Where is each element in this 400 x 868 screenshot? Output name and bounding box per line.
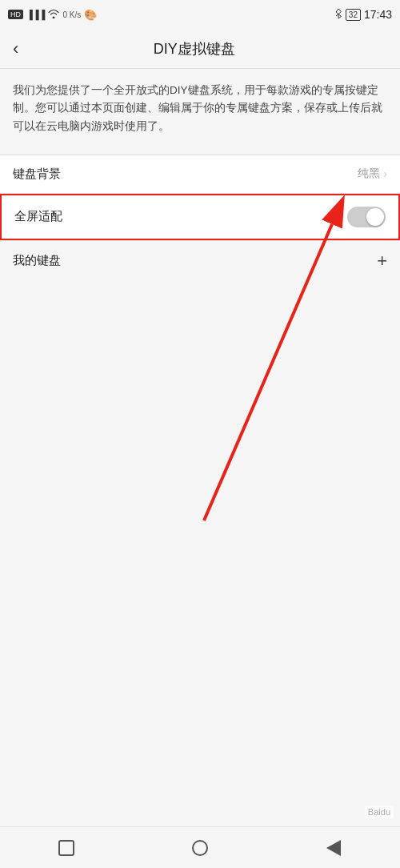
home-icon [58,840,74,856]
content-area: 我们为您提供了一个全开放式的DIY键盘系统，用于每款游戏的专属按键定制。您可以通… [0,69,400,281]
keyboard-background-value-group: 纯黑 › [358,167,387,181]
my-keyboard-label: 我的键盘 [13,253,61,268]
battery-icon: 32 [346,9,361,21]
nav-back-button[interactable] [176,834,224,862]
keyboard-background-label: 键盘背景 [13,167,61,182]
nav-home-button[interactable] [42,834,90,862]
chevron-right-icon: › [383,167,387,180]
recent-icon [326,840,341,856]
my-keyboard-row: 我的键盘 + [13,241,387,281]
bottom-nav [0,826,400,868]
status-bar: HD ▐▐▐ 0 K/s 🎨 32 17:43 [0,0,400,29]
speed-text: 0 K/s [62,10,81,19]
keyboard-background-value: 纯黑 [358,167,380,181]
time-display: 17:43 [364,8,392,21]
nav-recent-button[interactable] [310,834,358,862]
theme-icons: 🎨 [84,9,97,21]
fullscreen-toggle[interactable] [347,207,386,227]
add-keyboard-button[interactable]: + [377,252,387,270]
page-title: DIY虚拟键盘 [28,39,360,58]
status-right: 32 17:43 [334,8,392,22]
wifi-icon [48,9,59,20]
status-left: HD ▐▐▐ 0 K/s 🎨 [8,9,97,21]
fullscreen-label: 全屏适配 [14,209,62,224]
back-button[interactable]: ‹ [13,40,18,58]
back-icon [192,840,208,856]
description-text: 我们为您提供了一个全开放式的DIY键盘系统，用于每款游戏的专属按键定制。您可以通… [13,82,387,135]
hd-badge: HD [8,10,23,19]
bluetooth-icon [334,8,342,22]
header: ‹ DIY虚拟键盘 [0,29,400,69]
fullscreen-row: 全屏适配 [0,194,400,240]
toggle-knob [366,208,384,226]
keyboard-background-row[interactable]: 键盘背景 纯黑 › [0,155,400,193]
watermark: Baidu [365,806,394,818]
signal-icon: ▐▐▐ [26,10,45,19]
